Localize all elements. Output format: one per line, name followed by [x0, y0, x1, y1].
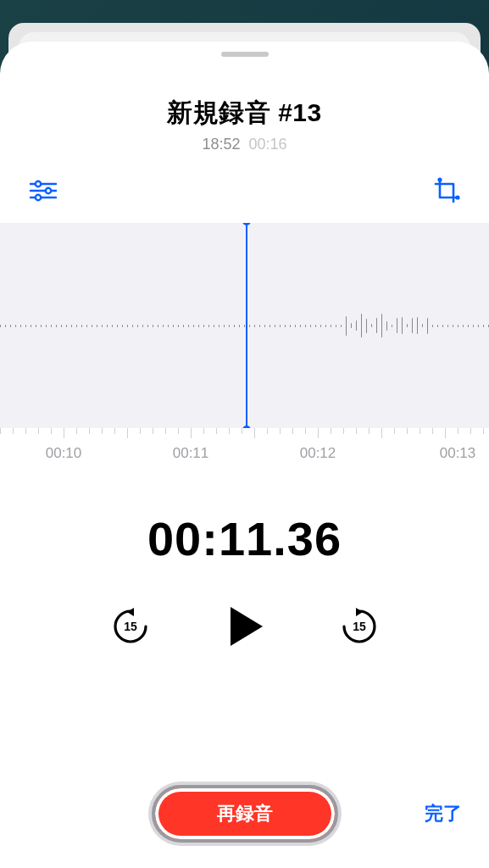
total-length: 00:16	[249, 136, 287, 153]
waveform-area: 00:10 00:11 00:12 00:13	[0, 223, 489, 469]
play-button[interactable]	[220, 602, 270, 651]
ruler-label: 00:10	[46, 445, 82, 462]
waveform-background[interactable]	[0, 223, 489, 428]
edit-toolbar	[0, 177, 489, 204]
svg-point-3	[46, 188, 51, 193]
rerecord-label: 再録音	[217, 801, 273, 826]
svg-point-1	[36, 181, 41, 186]
playhead[interactable]	[246, 223, 247, 428]
recording-title: 新規録音 #13	[0, 96, 489, 131]
time-ruler	[0, 428, 489, 440]
waveform	[0, 309, 489, 342]
skip-back-15-button[interactable]: 15	[110, 606, 151, 647]
ruler-label: 00:11	[173, 445, 209, 462]
playback-controls: 15 15	[0, 602, 489, 651]
ruler-label: 00:12	[300, 445, 336, 462]
svg-point-7	[455, 195, 459, 199]
svg-text:15: 15	[353, 620, 366, 633]
sheet-grabber[interactable]	[221, 52, 269, 57]
rerecord-button[interactable]: 再録音	[152, 785, 338, 843]
ruler-label: 00:13	[440, 445, 476, 462]
time-ruler-labels: 00:10 00:11 00:12 00:13	[0, 445, 489, 469]
done-button[interactable]: 完了	[425, 801, 462, 826]
recording-sheet: 新規録音 #13 18:5200:16	[0, 42, 489, 868]
title-block: 新規録音 #13 18:5200:16	[0, 96, 489, 153]
svg-text:15: 15	[124, 620, 137, 633]
rerecord-button-ring: 再録音	[148, 782, 342, 846]
trim-crop-icon[interactable]	[433, 177, 460, 204]
footer-bar: 再録音 完了	[0, 782, 489, 846]
skip-forward-15-button[interactable]: 15	[339, 606, 380, 647]
svg-point-6	[437, 177, 442, 181]
current-playback-time: 00:11.36	[0, 511, 489, 566]
recording-subtitle: 18:5200:16	[0, 136, 489, 153]
recorded-at-time: 18:52	[202, 136, 240, 153]
svg-point-5	[36, 195, 41, 200]
settings-sliders-icon[interactable]	[29, 180, 58, 202]
